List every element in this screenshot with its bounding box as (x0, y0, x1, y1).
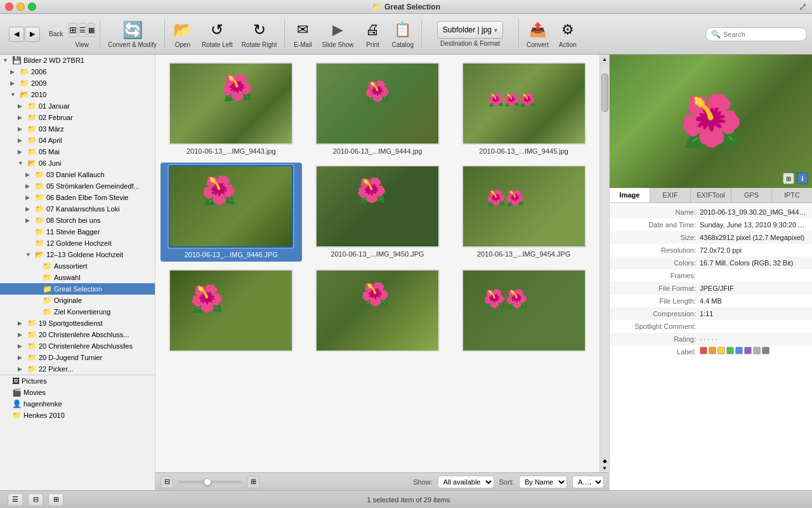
sidebar-item-strom[interactable]: ▶ 📁 05 Strömkarlen Gemeindedf... (0, 180, 155, 192)
preview-info-icon[interactable]: ℹ (797, 173, 808, 184)
status-browser-button[interactable]: ⊞ (48, 493, 63, 506)
thumb-item-t8[interactable] (307, 267, 449, 357)
filmstrip-view-button[interactable]: ▦ (88, 23, 95, 37)
sidebar-item-storch[interactable]: ▶ 📁 08 Storch bei uns (0, 215, 155, 226)
sidebar-item-goldene1213[interactable]: ▼ 📂 12–13 Goldene Hochzeit (0, 249, 155, 260)
sidebar-item-marz[interactable]: ▶ 📁 03 März (0, 123, 155, 135)
tab-exiftool[interactable]: EXIFTool (691, 188, 731, 203)
search-input[interactable] (723, 30, 799, 38)
show-select[interactable]: All available (438, 476, 494, 488)
sidebar-item-movies[interactable]: 🎬 Movies (0, 387, 155, 398)
print-item[interactable]: 🖨 Print (358, 17, 386, 51)
dest-format-item[interactable]: Subfolder | jpg ▾ Destination & Format (426, 18, 514, 50)
sidebar-item-ziel[interactable]: 📁 Ziel Konvertierung (0, 306, 155, 318)
sidebar-item-hagenhenke[interactable]: 👤 hagenhenke (0, 398, 155, 410)
grid-view-button[interactable]: ⊞ (69, 23, 77, 37)
status-split-button[interactable]: ⊟ (28, 493, 43, 506)
sidebar-item-pictures[interactable]: 🖼 Pictures (0, 375, 155, 387)
sort-select[interactable]: By Name (519, 476, 567, 488)
label-color-dot[interactable] (744, 347, 752, 354)
sidebar-item-feb[interactable]: ▶ 📁 02 Februar (0, 112, 155, 123)
label-color-dot[interactable] (753, 347, 761, 354)
email-item[interactable]: ✉ E-Mail (289, 17, 317, 51)
sidebar-item-sport[interactable]: ▶ 📁 19 Sportgottesdienst (0, 318, 155, 329)
dest-format-dropdown[interactable]: Subfolder | jpg ▾ (437, 21, 503, 39)
scroll-down-button[interactable]: ▼ (600, 463, 609, 472)
scroll-track[interactable] (600, 64, 609, 458)
window-controls[interactable] (5, 3, 36, 11)
sidebar-item-henkes2010[interactable]: 📁 Henkes 2010 (0, 410, 155, 421)
thumb-item-t9[interactable] (453, 267, 594, 357)
scroll-thumb[interactable] (601, 74, 608, 112)
sidebar-item-juni[interactable]: ▼ 📂 06 Juni (0, 157, 155, 169)
label-color-dot[interactable] (700, 347, 707, 354)
tab-image[interactable]: Image (610, 188, 650, 203)
sidebar-item-2006[interactable]: ▶ 📁 2006 (0, 66, 155, 77)
thumb-item-9446[interactable]: 2010-06-13_...IMG_9446.JPG (160, 163, 302, 262)
thumb-label: 2010-06-13_...IMG_9446.JPG (182, 250, 280, 259)
forward-button[interactable]: ▶ (25, 27, 40, 42)
sidebar-item-picker[interactable]: ▶ 📁 22 Picker... (0, 363, 155, 375)
thumb-item-9445[interactable]: 2010-06-13_...IMG_9445.jpg (453, 60, 594, 157)
sidebar-item-kanal[interactable]: ▶ 📁 07 Kanalanschluss Loki (0, 203, 155, 215)
rotate-right-item[interactable]: ↻ Rotate Right (238, 17, 281, 51)
resize-icon[interactable]: ⤢ (799, 1, 807, 13)
view-item[interactable]: ⊞ ☰ ▦ View (68, 17, 96, 51)
sidebar-item-baden[interactable]: ▶ 📁 06 Baden Elbe Tom Stevie (0, 192, 155, 203)
label-color-dot[interactable] (735, 347, 743, 354)
thumb-item-9444[interactable]: 2010-06-13_...IMG_9444.jpg (307, 60, 449, 157)
sidebar-item-stevie[interactable]: 📁 11 Stevie Bagger (0, 226, 155, 237)
search-bar[interactable]: 🔍 (705, 27, 807, 41)
sidebar-item-mai[interactable]: ▶ 📁 05 Mai (0, 146, 155, 157)
back-label-item: Back (45, 28, 67, 40)
label-color-dot[interactable] (709, 347, 716, 354)
close-button[interactable] (5, 3, 13, 11)
thumb-item-t7[interactable] (160, 267, 302, 357)
label-color-dot[interactable] (762, 347, 769, 354)
preview-grid-icon[interactable]: ⊞ (783, 173, 794, 184)
sidebar-item-auswahl[interactable]: 📁 Auswahl (0, 272, 155, 283)
sort-order-select[interactable]: A…Z (572, 476, 604, 488)
sidebar-item-christ1[interactable]: ▶ 📁 20 Christenlehre Abschluss... (0, 329, 155, 340)
slider-thumb[interactable] (204, 478, 211, 486)
sidebar-item-daniel[interactable]: ▶ 📁 03 Daniel Kallauch (0, 169, 155, 180)
back-nav[interactable]: ◀ ▶ (5, 24, 44, 44)
catalog-item[interactable]: 📋 Catalog (388, 17, 417, 51)
back-button[interactable]: ◀ (9, 27, 24, 42)
open-item[interactable]: 📂 Open (169, 17, 197, 51)
thumb-item-9450[interactable]: 2010-06-13_...IMG_9450.JPG (307, 163, 449, 262)
thumb-size-slider[interactable] (178, 481, 242, 483)
sidebar-item-root[interactable]: ▼ 💾 Bilder 2 WD 2TBR1 (0, 55, 155, 66)
thumbnail-size-increase[interactable]: ⊞ (247, 476, 259, 488)
tab-iptc[interactable]: IPTC (772, 188, 812, 203)
sidebar-item-djugend[interactable]: ▶ 📁 20 D-Jugend Turnier (0, 352, 155, 363)
status-list-button[interactable]: ☰ (8, 493, 23, 506)
maximize-button[interactable] (28, 3, 36, 11)
slideshow-item[interactable]: ▶ Slide Show (318, 17, 357, 51)
sidebar-item-greatselection[interactable]: 📁 Great Selection (0, 283, 155, 295)
sidebar-item-aussortiert[interactable]: 📁 Aussortiert (0, 260, 155, 272)
sidebar-item-2009[interactable]: ▶ 📁 2009 (0, 77, 155, 89)
convert-modify-item[interactable]: 🔄 Convert & Modify (104, 17, 160, 51)
thumb-item-9443[interactable]: 2010-06-13_...IMG_9443.jpg (160, 60, 302, 157)
thumbnail-size-decrease[interactable]: ⊟ (160, 476, 173, 488)
sidebar-item-christ2[interactable]: ▶ 📁 20 Christenlehre Abschlussfes (0, 340, 155, 352)
info-row: Frames: (610, 269, 812, 282)
sidebar-item-goldene12[interactable]: 📁 12 Goldene Hochzeit (0, 237, 155, 249)
rotate-left-item[interactable]: ↺ Rotate Left (198, 17, 237, 51)
sidebar-item-apr[interactable]: ▶ 📁 04 April (0, 135, 155, 146)
sidebar-item-2010[interactable]: ▼ 📂 2010 (0, 89, 155, 100)
sidebar-item-jan[interactable]: ▶ 📁 01 Januar (0, 100, 155, 112)
list-view-button[interactable]: ☰ (79, 23, 86, 37)
scroll-up-button[interactable]: ▲ (600, 55, 609, 64)
label-color-dot[interactable] (726, 347, 734, 354)
minimize-button[interactable] (16, 3, 25, 11)
sidebar-item-originale[interactable]: 📁 Originale (0, 295, 155, 306)
tab-exif[interactable]: EXIF (650, 188, 691, 203)
thumb-item-9454[interactable]: 2010-06-13_...IMG_9454.JPG (453, 163, 594, 262)
scroll-resize-handle[interactable]: ◆ (600, 458, 609, 463)
convert-item[interactable]: 📤 Convert (523, 17, 553, 51)
tab-gps[interactable]: GPS (731, 188, 772, 203)
action-item[interactable]: ⚙ Action (554, 17, 582, 51)
label-color-dot[interactable] (717, 347, 725, 354)
